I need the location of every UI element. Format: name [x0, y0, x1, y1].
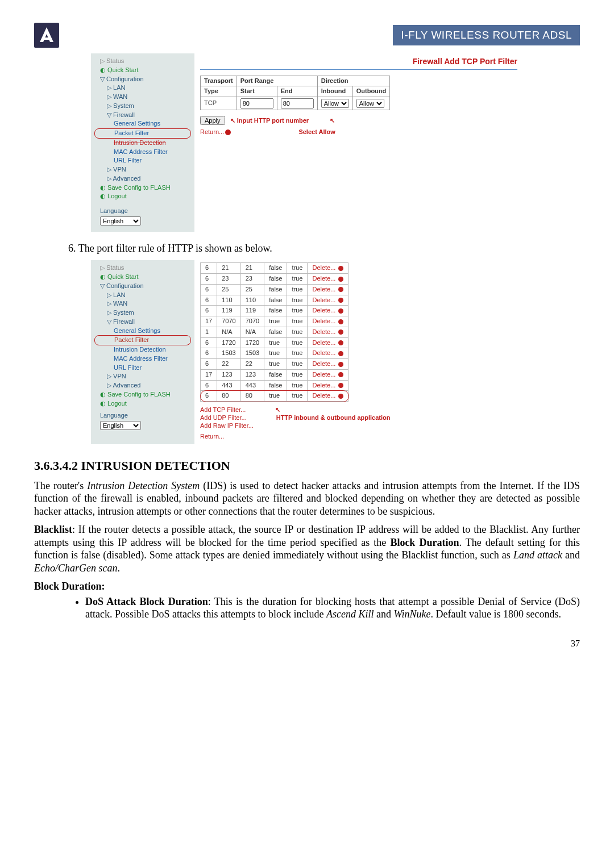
delete-link[interactable]: Delete...	[308, 306, 349, 316]
nav2-adv[interactable]: Advanced	[113, 382, 140, 389]
delete-link[interactable]: Delete...	[308, 274, 349, 285]
table-cell: 1720	[217, 337, 240, 348]
delete-link[interactable]: Delete...	[308, 380, 349, 391]
filter-list-table: 62121falsetrueDelete... 62323falsetrueDe…	[200, 262, 349, 402]
delete-link[interactable]: Delete...	[308, 284, 349, 295]
nav-wan[interactable]: WAN	[113, 93, 127, 100]
table-row: 68080truetrueDelete...	[201, 391, 349, 402]
table-cell: 6	[201, 284, 217, 295]
nav2-mac[interactable]: MAC Address Filter	[94, 354, 191, 364]
nav-general-settings[interactable]: General Settings	[94, 119, 191, 128]
nav-mac-filter[interactable]: MAC Address Filter	[94, 148, 191, 157]
nav-save[interactable]: Save Config to FLASH	[107, 184, 171, 191]
nav2-pfilter[interactable]: Packet Filter	[94, 335, 191, 345]
list-note: HTTP inbound & outbound application	[276, 414, 391, 421]
table-cell: N/A	[217, 327, 240, 337]
nav-advanced[interactable]: Advanced	[113, 175, 140, 182]
nav-vpn[interactable]: VPN	[113, 166, 126, 173]
table-cell: 7070	[217, 316, 240, 327]
table-cell: false	[264, 295, 287, 306]
delete-link[interactable]: Delete...	[308, 316, 349, 327]
th-inbound: Inbound	[317, 86, 352, 97]
nav2-general[interactable]: General Settings	[94, 327, 191, 336]
sidebar2: ▷ Status ◐ Quick Start ▽ Configuration ▷…	[91, 260, 194, 444]
table-cell: true	[264, 337, 287, 348]
apply-button[interactable]	[200, 116, 225, 125]
end-input[interactable]	[281, 98, 314, 108]
nav2-logout[interactable]: Logout	[107, 400, 127, 407]
para2: Blacklist: If the router detects a possi…	[34, 523, 580, 574]
nav-firewall[interactable]: Firewall	[113, 111, 135, 118]
outbound-select[interactable]: Allow	[356, 99, 384, 108]
nav2-vpn[interactable]: VPN	[113, 373, 126, 379]
delete-link[interactable]: Delete...	[308, 359, 349, 370]
return-link[interactable]: Return...	[200, 128, 224, 135]
table-cell: true	[287, 274, 308, 285]
table-cell: 6	[201, 295, 217, 306]
add-raw-link[interactable]: Add Raw IP Filter...	[200, 422, 254, 429]
nav-config[interactable]: Configuration	[106, 76, 143, 82]
table-cell: 1	[201, 327, 217, 337]
table-cell: 22	[217, 359, 240, 370]
table-cell: true	[287, 348, 308, 359]
nav2-config[interactable]: Configuration	[106, 282, 143, 289]
lang2-select[interactable]: English	[100, 421, 141, 430]
inbound-select[interactable]: Allow	[321, 99, 349, 108]
delete-link[interactable]: Delete...	[308, 263, 349, 274]
nav-packet-filter[interactable]: Packet Filter	[94, 128, 191, 139]
table-cell: true	[287, 295, 308, 306]
delete-link[interactable]: Delete...	[308, 348, 349, 359]
table-cell: false	[264, 284, 287, 295]
nav-lan[interactable]: LAN	[113, 84, 125, 91]
add-tcp-link[interactable]: Add TCP Filter...	[200, 406, 246, 413]
delete-link[interactable]: Delete...	[308, 369, 349, 380]
table-cell: true	[287, 284, 308, 295]
nav-logout[interactable]: Logout	[107, 193, 127, 199]
nav2-url[interactable]: URL Filter	[94, 364, 191, 373]
add-udp-link[interactable]: Add UDP Filter...	[200, 414, 247, 421]
th-direction: Direction	[317, 76, 390, 86]
table-cell: 25	[240, 284, 264, 295]
nav2-intrusion[interactable]: Intrusion Detection	[94, 345, 191, 354]
nav-quick[interactable]: Quick Start	[107, 66, 138, 73]
table-cell: 17	[201, 316, 217, 327]
table-cell: 6	[201, 337, 217, 348]
nav2-wan[interactable]: WAN	[113, 300, 127, 307]
banner-title: I-FLY WIRELESS ROUTER ADSL	[393, 25, 580, 45]
table-row: 615031503truetrueDelete...	[201, 348, 349, 359]
nav-intrusion-detect[interactable]: Intrusion Detection	[94, 139, 191, 148]
delete-link[interactable]: Delete...	[308, 295, 349, 306]
table-row: 1770707070truetrueDelete...	[201, 316, 349, 327]
delete-link[interactable]: Delete...	[308, 337, 349, 348]
nav-status[interactable]: Status	[106, 57, 124, 64]
delete-link[interactable]: Delete...	[308, 391, 349, 402]
lang-select[interactable]: English	[100, 216, 141, 226]
nav2-lan[interactable]: LAN	[113, 291, 125, 298]
nav2-system[interactable]: System	[113, 309, 134, 316]
nav-url-filter[interactable]: URL Filter	[94, 156, 191, 165]
nav-system[interactable]: System	[113, 102, 134, 109]
table-cell: true	[287, 327, 308, 337]
table-cell: 6	[201, 391, 217, 402]
nav2-firewall[interactable]: Firewall	[113, 318, 135, 325]
para3-title: Block Duration:	[34, 581, 105, 592]
return-icon	[225, 130, 231, 135]
table-row: 62222truetrueDelete...	[201, 359, 349, 370]
th-end: End	[277, 86, 317, 97]
table-cell: 23	[217, 274, 240, 285]
table-cell: false	[264, 263, 287, 274]
lang2-label: Language	[94, 411, 191, 420]
table-cell: true	[264, 316, 287, 327]
nav2-status[interactable]: Status	[106, 264, 124, 271]
delete-link[interactable]: Delete...	[308, 327, 349, 337]
start-input[interactable]	[240, 98, 273, 108]
nav2-save[interactable]: Save Config to FLASH	[107, 391, 171, 398]
nav2-quick[interactable]: Quick Start	[107, 273, 138, 280]
table-cell: false	[264, 306, 287, 316]
table-cell: 6	[201, 306, 217, 316]
return2-link[interactable]: Return...	[200, 433, 224, 440]
table-cell: 1503	[240, 348, 264, 359]
table-cell: 123	[217, 369, 240, 380]
table-cell: true	[287, 391, 308, 402]
bullet-dos: DoS Attack Block Duration: This is the d…	[85, 595, 580, 621]
